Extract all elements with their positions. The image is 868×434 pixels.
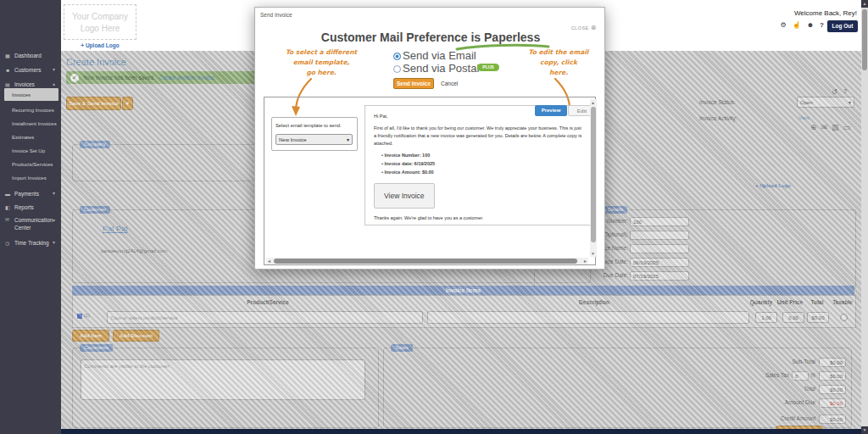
scroll-right-icon[interactable]: ► [583,259,587,264]
reports-icon: ◧ [5,202,12,214]
totals-section: Totals Sub-Total $0.00 Sales Tax 0 % $0.… [383,348,852,428]
sidebar-subitem-recurring-invoices[interactable]: Recurring Invoices [12,104,61,116]
po-number-input[interactable] [630,231,689,240]
customer-section-label: Customer [80,206,110,214]
comments-textarea[interactable]: Comments are visible to the customer [81,359,365,400]
create-another-invoice-link[interactable]: Create another invoice. [159,75,216,81]
description-input[interactable] [427,311,749,324]
unit-price-input[interactable]: 0.00 [782,312,804,323]
send-via-email-radio[interactable] [393,53,401,60]
comments-section-label: Comments [80,344,113,352]
email-paragraph: First of all, I'd like to thank you for … [374,125,584,147]
help-icon[interactable]: ? [843,88,847,94]
annotation-left: To select a different email template, go… [276,47,366,78]
company-logo-placeholder[interactable]: Your Company Logo Here [64,4,136,40]
scroll-thumb[interactable] [862,9,867,70]
globe-icon[interactable]: ⊕ [810,123,817,131]
sidebar-subitem-estimates[interactable]: Estimates [12,131,61,143]
user-icon[interactable]: ☻ [807,21,814,29]
col-unit-price: Unit Price [776,299,804,305]
invoice-logo-placeholder[interactable]: Your Company Logo Here [736,141,810,180]
communication-icon: ✉ [5,216,12,223]
invoice-date-input[interactable]: 06/19/2025 [630,258,689,267]
sidebar-item-reports[interactable]: ◧Reports [0,201,61,214]
vertical-scroll-thumb[interactable] [591,107,596,242]
annotation-right: To edit the email copy, click here. [526,47,591,78]
invoice-status-select[interactable]: Open ▾ [797,97,854,108]
sidebar-subitem-installment-invoices[interactable]: Installment Invoices [12,118,61,130]
upload-logo-link[interactable]: + Upload Logo [64,42,136,48]
sidebar-item-communication-center[interactable]: ✉ Communication Center ▾ [0,214,61,235]
col-product-service: Product/Service [107,299,429,305]
sidebar-item-customers[interactable]: ☻Customers ▾ [0,64,61,76]
logout-button[interactable]: Log Out [827,20,858,32]
send-via-postal-radio[interactable] [393,65,401,73]
cancel-link[interactable]: Cancel [441,81,458,86]
vertical-scrollbar[interactable]: ▲ ▼ [590,99,597,257]
save-send-invoice-button[interactable]: Save & Send Invoice [66,97,121,110]
printer-icon[interactable]: ▥ [832,123,839,131]
sidebar-item-time-tracking[interactable]: ◷Time Tracking ▾ [0,236,61,249]
email-template-box: Select email template to send: New Invoi… [271,117,358,151]
sidebar-subitem-import-invoices[interactable]: Import Invoices [12,172,61,184]
product-service-input[interactable]: Type or select product/service [107,311,423,324]
quantity-input[interactable]: 1.00 [755,312,777,323]
scroll-down-icon[interactable]: ▼ [861,426,868,434]
save-send-dropdown-button[interactable]: ▾ [122,97,133,110]
preview-tab-button[interactable]: Preview [535,105,567,116]
gear-icon[interactable]: ⚙ [781,21,787,29]
browser-scrollbar[interactable]: ▲ ▼ [861,0,868,434]
invoice-items-header: Invoice Items [72,286,854,295]
help-icon[interactable]: ? [820,21,824,29]
upload-logo-link[interactable]: + Upload Logo [736,183,810,188]
sidebar-subitem-invoice-set-up[interactable]: Invoice Set Up [12,145,61,157]
invoice-activity-view-link[interactable]: View [798,115,810,120]
thumb-up-icon[interactable]: ☝ [793,21,801,29]
modal-heading: Customer Mail Preference is Paperless [255,31,606,44]
send-via-postal-label[interactable]: Send via Postal [403,62,479,75]
history-icon[interactable]: ↺ [832,88,837,96]
chat-icon[interactable]: ✉ [821,123,828,131]
scroll-left-icon[interactable]: ◄ [267,259,271,264]
send-invoice-modal: Send Invoice CLOSE ⊗ Customer Mail Prefe… [254,7,605,270]
sales-tax-value: $0.00 [819,371,846,381]
dashboard-icon: ▦ [5,50,12,63]
scroll-up-icon[interactable]: ▲ [861,0,868,8]
app-window: ▦Dashboard ☻Customers ▾ ▤Invoices ▴ Invo… [0,0,868,434]
sidebar-item-payments[interactable]: ▬Payments ▾ [0,187,61,200]
total-value: $0.00 [819,385,846,394]
send-invoice-button[interactable]: Send Invoice [393,78,434,89]
sidebar: ▦Dashboard ☻Customers ▾ ▤Invoices ▴ Invo… [0,0,61,434]
sidebar-item-dashboard[interactable]: ▦Dashboard [0,49,61,62]
row-checkbox[interactable] [77,314,82,319]
template-select[interactable]: New Invoice ▾ [275,134,353,145]
taxable-checkbox[interactable] [840,314,848,321]
chevron-down-icon: ▾ [849,99,851,105]
view-invoice-button[interactable]: View Invoice [374,183,435,209]
send-via-email-label[interactable]: Send via Email [403,49,476,62]
time-tracking-icon: ◷ [5,237,12,250]
amount-due-label: Amount Due [714,399,815,405]
sidebar-subitem-products-services[interactable]: Products/Services [12,159,61,170]
credit-amount-value: $0.00 [819,415,846,424]
add-item-button[interactable]: Add Item [72,330,109,342]
invoice-activity-label: Invoice Activity: [699,115,793,121]
due-date-input[interactable]: 07/19/2025 [630,271,689,281]
scroll-down-icon[interactable]: ▼ [591,251,595,256]
invoice-name-input[interactable] [630,244,689,253]
invoice-items-table: Product/Service Description Quantity Uni… [72,295,856,328]
customer-name-link[interactable]: Pat Pat [103,225,128,233]
sidebar-subitem-invoices[interactable]: Invoices [12,89,61,101]
add-discount-button[interactable]: Add Discount [113,330,159,342]
sub-total-label: Sub-Total [714,359,815,364]
email-preview-panel: Select email template to send: New Invoi… [264,97,596,265]
scroll-up-icon[interactable]: ▲ [591,100,595,105]
col-description: Description [433,299,755,305]
sales-tax-rate-input[interactable]: 0 [792,371,809,381]
devices-icon[interactable]: ▭ [843,123,851,131]
horizontal-scroll-thumb[interactable] [274,259,577,264]
invoice-number-input[interactable]: 100 [630,217,689,226]
horizontal-scrollbar[interactable]: ◄ ► [266,258,588,264]
amount-due-value: $0.00 [819,398,846,408]
total-label: Total [714,386,815,392]
